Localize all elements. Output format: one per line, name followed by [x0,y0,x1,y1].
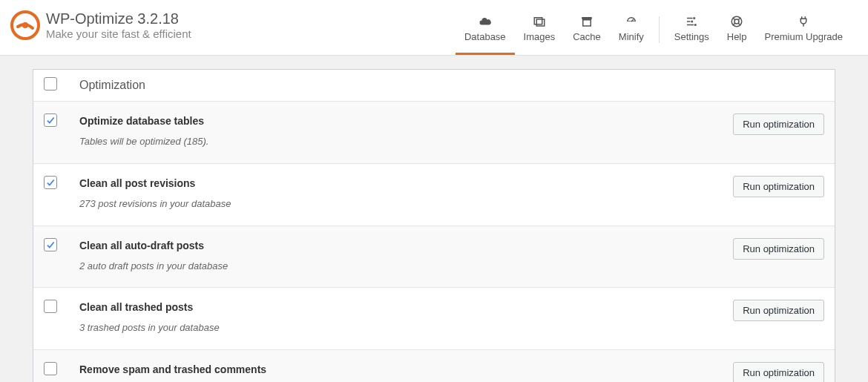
nav-premium[interactable]: Premium Upgrade [756,15,852,55]
run-optimization-button[interactable]: Run optimization [733,300,824,321]
run-optimization-button[interactable]: Run optimization [733,176,824,197]
sliders-icon [685,15,698,28]
nav-label: Settings [674,31,709,42]
nav-database[interactable]: Database [456,15,515,55]
nav-separator [659,16,660,43]
optimizations-panel: Optimization Optimize database tablesTab… [33,69,835,382]
app-tagline: Make your site fast & efficient [46,27,191,40]
optimization-desc: 3 trashed posts in your database [79,320,713,336]
optimization-desc: 273 post revisions in your database [79,197,713,212]
archive-icon [580,15,594,28]
nav-help[interactable]: Help [718,15,756,55]
nav-label: Help [727,31,747,42]
run-optimization-button[interactable]: Run optimization [733,113,824,135]
wpoptimize-logo [10,10,40,40]
optimization-desc: Tables will be optimized (185). [79,134,713,150]
select-all-checkbox[interactable] [44,77,57,90]
svg-point-6 [694,17,696,19]
nav-cache[interactable]: Cache [564,15,610,55]
optimization-title: Remove spam and trashed comments [79,363,713,375]
optimization-desc: 2 auto draft posts in your database [79,259,713,274]
svg-rect-3 [536,19,545,26]
svg-point-7 [691,21,694,23]
brand: WP-Optimize 3.2.18 Make your site fast &… [10,10,191,40]
optimization-row: Clean all auto-draft posts2 auto draft p… [33,225,835,288]
optimization-checkbox[interactable] [44,176,57,189]
optimization-checkbox[interactable] [44,113,57,127]
lifebuoy-icon [730,15,743,28]
optimization-row: Optimize database tablesTables will be o… [33,101,835,163]
optimization-title: Clean all post revisions [79,177,713,189]
optimization-row: Clean all post revisions273 post revisio… [33,163,835,225]
svg-point-10 [734,19,739,24]
optimization-checkbox[interactable] [44,300,57,313]
panel-header: Optimization [33,70,835,101]
gauge-icon [625,15,638,28]
optimization-title: Clean all auto-draft posts [79,240,713,251]
optimization-checkbox[interactable] [44,362,57,375]
cloud-icon [479,15,492,28]
images-icon [533,15,546,28]
run-optimization-button[interactable]: Run optimization [733,362,824,382]
nav-label: Database [464,31,506,42]
main: Optimization Optimize database tablesTab… [0,56,868,382]
svg-point-1 [22,22,28,28]
nav-label: Premium Upgrade [765,31,844,42]
svg-rect-4 [582,17,592,19]
svg-rect-2 [534,18,542,24]
nav-label: Cache [573,31,601,42]
nav-label: Images [524,31,556,42]
nav-images[interactable]: Images [515,15,565,55]
optimization-row: Remove spam and trashed comments126 spam… [33,349,835,382]
run-optimization-button[interactable]: Run optimization [733,238,824,260]
optimization-title: Optimize database tables [79,115,713,127]
plug-icon [797,15,810,28]
optimization-title: Clean all trashed posts [79,301,713,313]
panel-title: Optimization [79,79,145,92]
svg-point-8 [694,24,697,26]
svg-rect-5 [583,20,591,26]
nav-label: Minify [619,31,644,42]
optimization-checkbox[interactable] [44,238,57,251]
app-title: WP-Optimize 3.2.18 [46,10,191,27]
optimization-row: Clean all trashed posts3 trashed posts i… [33,287,835,349]
header: WP-Optimize 3.2.18 Make your site fast &… [0,0,868,56]
nav-minify[interactable]: Minify [610,15,653,55]
top-nav: Database Images Cache Minify Settings He… [456,10,852,55]
brand-text: WP-Optimize 3.2.18 Make your site fast &… [46,10,191,40]
nav-settings[interactable]: Settings [665,15,718,55]
